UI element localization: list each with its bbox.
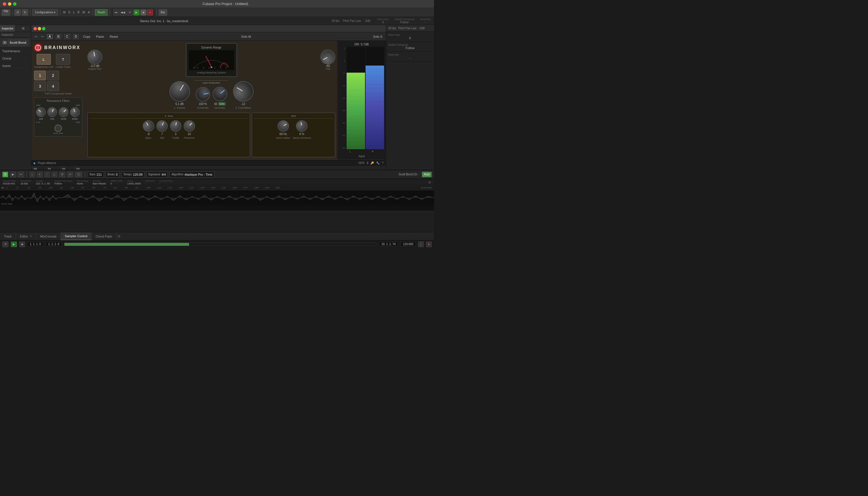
copy-btn[interactable]: Copy: [82, 35, 92, 38]
ruler-numbers: 1 9 17 25 33 41 49 57 65 73 81 89 97 105…: [6, 186, 419, 189]
tab-inspector[interactable]: Inspector: [0, 25, 16, 32]
tmt-btn-1[interactable]: 1: [34, 71, 46, 80]
resonance-knob-315-control[interactable]: [46, 106, 59, 118]
stop-button[interactable]: ■: [140, 9, 146, 16]
marker-w[interactable]: W: [81, 11, 86, 14]
rewind-button[interactable]: ◀◀: [120, 9, 126, 16]
record-bottom-btn[interactable]: ●: [426, 242, 432, 247]
minimize-button[interactable]: [8, 2, 11, 6]
undo-icon[interactable]: ↩: [35, 35, 37, 38]
trim-btn[interactable]: ⌂: [30, 172, 35, 177]
play-editor-btn[interactable]: ▶: [10, 172, 16, 177]
tab-track[interactable]: Track: [0, 232, 16, 241]
marker-s[interactable]: S: [67, 11, 71, 14]
record-button[interactable]: ●: [147, 9, 153, 16]
foundation-knob[interactable]: [229, 77, 257, 105]
solo-s-btn[interactable]: Solo S: [373, 35, 382, 38]
inserts-item[interactable]: Inserts: [0, 62, 31, 70]
svg-line-9: [206, 56, 212, 67]
info-bar: Sample Rate 44100 kHz Resolution 16 bits…: [0, 179, 434, 186]
redo-button[interactable]: ↻: [22, 9, 28, 16]
tab-mixconsole[interactable]: MixConsole: [36, 232, 61, 241]
compressor-link-btn[interactable]: L: [36, 54, 51, 65]
tmt-btn-3[interactable]: 3: [34, 81, 46, 91]
bar-mode-button[interactable]: Bar: [159, 9, 167, 16]
plugin-alliance-logo: ■: [33, 161, 35, 165]
thd-knob[interactable]: [317, 47, 338, 67]
editor-mode-btn[interactable]: ✂: [67, 172, 73, 177]
editor-tab-close[interactable]: ✕: [30, 235, 32, 238]
tab-vi[interactable]: Vi: [16, 25, 31, 32]
goto-start-button[interactable]: ⏮: [113, 9, 119, 16]
r-177: 177: [243, 186, 254, 189]
touch-mode-button[interactable]: Touch: [95, 9, 108, 16]
chords-item[interactable]: Chords: [0, 55, 31, 62]
plugin-dollar-icon[interactable]: $: [367, 161, 369, 165]
de-esser-label: De-Esser: [215, 106, 226, 109]
snap-btn[interactable]: ⌂: [52, 172, 57, 177]
solo-badge[interactable]: Solo: [218, 102, 226, 106]
metronome-btn[interactable]: ♩: [418, 242, 424, 247]
plugin-close-btn[interactable]: [33, 27, 37, 30]
file-menu[interactable]: File: [2, 9, 10, 16]
stereo-enhance-value: 8 %: [299, 133, 304, 136]
transport-stop-bottom[interactable]: ■: [19, 242, 25, 247]
marker-m[interactable]: M: [62, 11, 66, 14]
plugin-key-icon[interactable]: 🔑: [370, 161, 374, 165]
treble-knob[interactable]: [169, 120, 182, 133]
presence-knob[interactable]: [181, 118, 197, 134]
resonance-knob-6666-control[interactable]: [69, 106, 81, 118]
sampler-icon-btn[interactable]: S: [2, 172, 8, 177]
tab-editor[interactable]: Editor ✕: [16, 232, 36, 241]
zoom-in-btn[interactable]: +: [37, 172, 43, 177]
treble-value: 3: [175, 133, 176, 136]
configurations-button[interactable]: Configurations ▾: [32, 9, 58, 16]
volume-knob[interactable]: [166, 77, 193, 105]
marker-r[interactable]: R: [77, 11, 80, 14]
limiter-turbo-btn[interactable]: T: [56, 54, 70, 65]
maximize-button[interactable]: [13, 2, 16, 6]
solo-m-btn[interactable]: Solo M: [241, 35, 251, 38]
de-esser-knob[interactable]: [210, 83, 230, 104]
comp-mix-knob[interactable]: [194, 86, 211, 103]
stereo-enhance-knob[interactable]: [295, 120, 308, 133]
normalize-btn[interactable]: ⬛: [75, 172, 82, 177]
preset-b[interactable]: B: [56, 34, 61, 39]
preset-d[interactable]: D: [73, 34, 79, 39]
mid-knob[interactable]: [155, 119, 169, 133]
zoom-out-btn[interactable]: -: [44, 172, 50, 177]
tab-sampler-control[interactable]: Sampler Control: [61, 232, 91, 241]
plugin-tools-icon[interactable]: 🔧: [376, 161, 379, 165]
play-button[interactable]: ▶: [134, 9, 140, 16]
track-versions-item[interactable]: TrackVersions: [0, 48, 31, 55]
loop-btn[interactable]: ↺: [59, 172, 65, 177]
settings-tab-btn[interactable]: ⚙: [118, 234, 121, 238]
plugin-max-btn[interactable]: [42, 27, 45, 30]
transport-play-bottom[interactable]: ▶: [11, 242, 17, 247]
paste-btn[interactable]: Paste: [95, 35, 105, 38]
settings-icon[interactable]: ⚙: [428, 181, 431, 184]
cycle-button[interactable]: ↺: [127, 9, 133, 16]
output-trim-knob[interactable]: [86, 48, 103, 65]
resonance-knob-3150-control[interactable]: [57, 105, 71, 119]
auto-solo-dial[interactable]: [55, 125, 62, 132]
tmt-btn-2[interactable]: 2: [47, 71, 59, 80]
plugin-help-icon[interactable]: ?: [382, 161, 384, 165]
preset-c[interactable]: C: [64, 34, 70, 39]
tmt-btn-4[interactable]: 4: [47, 81, 59, 91]
undo-button[interactable]: ↺: [14, 9, 21, 16]
marker-l[interactable]: L: [72, 11, 76, 14]
tab-chord-pads[interactable]: Chord Pads: [92, 232, 117, 241]
mono-maker-knob[interactable]: [276, 118, 291, 134]
marker-a[interactable]: A: [87, 11, 91, 14]
bass-knob[interactable]: [140, 118, 156, 134]
transport-loop-btn[interactable]: ↺: [2, 242, 9, 247]
reset-btn[interactable]: Reset: [109, 35, 119, 38]
back-editor-btn[interactable]: ↩: [18, 172, 24, 177]
preset-a[interactable]: A: [47, 34, 52, 39]
plugin-min-btn[interactable]: [38, 27, 41, 30]
auto-btn[interactable]: Auto: [422, 172, 432, 177]
close-button[interactable]: [3, 2, 6, 6]
resonance-knob-160-control[interactable]: [34, 105, 48, 119]
redo-icon[interactable]: ↪: [41, 35, 44, 38]
